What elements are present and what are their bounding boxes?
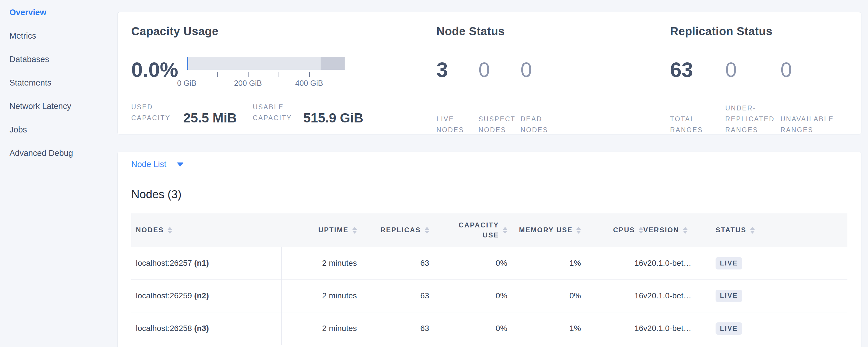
stat-label: UNAVAILABLERANGES (780, 114, 836, 135)
sidebar-item-statements[interactable]: Statements (0, 71, 117, 94)
axis-tick (248, 72, 249, 77)
node-list-card: Node List Nodes (3) NODESUPTIMEREPLICASC… (117, 152, 861, 347)
table-row[interactable]: localhost:26258 (n3)2 minutes630%1%16v20… (131, 312, 847, 345)
column-header-cpus[interactable]: CPUS (581, 213, 643, 247)
table-row[interactable]: localhost:26259 (n2)2 minutes630%0%16v20… (131, 280, 847, 312)
cell-status: LIVE (716, 280, 847, 312)
column-header-label: MEMORY USE (519, 225, 573, 235)
sidebar-item-jobs[interactable]: Jobs (0, 118, 117, 141)
stat-label: TOTALRANGES (670, 114, 725, 135)
stat-label: USEDCAPACITY (131, 102, 179, 124)
cell-version: v20.1.0-bet… (643, 312, 716, 345)
cell-status: LIVE (716, 247, 847, 280)
cluster-summary-card: Capacity Usage 0.0% 0 GiB200 GiB400 GiB … (117, 12, 861, 134)
stat-number: 0 (521, 60, 563, 80)
sort-up-arrow (167, 227, 172, 230)
axis-tick (309, 72, 310, 77)
column-header-inner: REPLICAS (380, 225, 429, 235)
sort-icon[interactable] (639, 227, 643, 234)
stat-under--replicated-ranges: 0UNDER-REPLICATEDRANGES (725, 54, 780, 135)
column-header-nodes[interactable]: NODES (131, 213, 282, 247)
column-header-label: CPUS (613, 225, 635, 235)
cell-cpus: 16 (581, 312, 643, 345)
sort-icon[interactable] (425, 227, 429, 234)
stat-number: 0 (725, 60, 780, 80)
node-id: (n2) (194, 291, 209, 300)
replication-status-stats: 63TOTALRANGES0UNDER-REPLICATEDRANGES0UNA… (670, 54, 861, 135)
node-status-title: Node Status (436, 25, 670, 38)
stat-live-nodes: 3LIVENODES (436, 54, 478, 135)
nodes-heading: Nodes (3) (131, 188, 847, 201)
cell-cpus: 16 (581, 247, 643, 280)
column-header-inner: UPTIME (318, 225, 357, 235)
table-header-row: NODESUPTIMEREPLICASCAPACITYUSEMEMORY USE… (131, 213, 847, 247)
column-header-memory_use[interactable]: MEMORY USE (507, 213, 581, 247)
cell-replicas: 63 (357, 312, 429, 345)
column-header-inner: CPUS (613, 225, 644, 235)
axis-tick-label: 400 GiB (295, 79, 323, 88)
sort-down-arrow (425, 231, 429, 234)
cell-memory_use: 1% (507, 312, 581, 345)
replication-status-title: Replication Status (670, 25, 861, 38)
sort-icon[interactable] (167, 227, 172, 234)
cell-capacity_use: 0% (429, 312, 507, 345)
sort-up-arrow (576, 227, 581, 230)
sidebar-item-overview[interactable]: Overview (0, 1, 117, 24)
sort-icon[interactable] (683, 227, 687, 234)
sort-down-arrow (750, 231, 755, 234)
sort-icon[interactable] (750, 227, 755, 234)
sort-icon[interactable] (503, 227, 507, 234)
cell-capacity_use: 0% (429, 280, 507, 312)
stat-label: USABLECAPACITY (253, 102, 300, 124)
node-list-toggle-label[interactable]: Node List (131, 160, 166, 169)
cell-memory_use: 1% (507, 247, 581, 280)
cell-cpus: 16 (581, 280, 643, 312)
sidebar-item-network-latency[interactable]: Network Latency (0, 94, 117, 118)
column-header-inner: VERSION (643, 225, 687, 235)
capacity-usage-title: Capacity Usage (131, 25, 436, 38)
stat-label: DEADNODES (521, 114, 563, 135)
stat-label: UNDER-REPLICATEDRANGES (725, 103, 780, 135)
axis-tick (340, 72, 340, 77)
nodes-table-region: Nodes (3) NODESUPTIMEREPLICASCAPACITYUSE… (118, 177, 861, 347)
usable-capacity-stat: USABLECAPACITY515.9 GiB (253, 102, 364, 124)
capacity-stats: USEDCAPACITY25.5 MiBUSABLECAPACITY515.9 … (131, 102, 436, 124)
sort-down-arrow (167, 231, 172, 234)
column-header-label: NODES (136, 225, 164, 235)
axis-tick (279, 72, 279, 77)
sort-down-arrow (576, 231, 581, 234)
cell-status: LIVE (716, 312, 847, 345)
sidebar-item-advanced-debug[interactable]: Advanced Debug (0, 141, 117, 165)
chevron-down-icon[interactable] (177, 162, 184, 166)
table-body: localhost:26257 (n1)2 minutes630%1%16v20… (131, 247, 847, 345)
table-row[interactable]: localhost:26257 (n1)2 minutes630%1%16v20… (131, 247, 847, 280)
column-header-status[interactable]: STATUS (716, 213, 847, 247)
node-status-section: Node Status 3LIVENODES0SUSPECTNODES0DEAD… (436, 25, 670, 134)
sort-up-arrow (503, 227, 507, 230)
sort-icon[interactable] (352, 227, 357, 234)
axis-tick-label: 200 GiB (234, 79, 262, 88)
column-header-label: VERSION (643, 225, 679, 235)
column-header-inner: NODES (131, 225, 172, 235)
capacity-bar (187, 57, 345, 70)
column-header-version[interactable]: VERSION (643, 213, 716, 247)
sidebar-item-databases[interactable]: Databases (0, 48, 117, 71)
sort-up-arrow (639, 227, 643, 230)
column-header-replicas[interactable]: REPLICAS (357, 213, 429, 247)
sort-down-arrow (503, 231, 507, 234)
status-badge: LIVE (716, 322, 742, 335)
replication-status-section: Replication Status 63TOTALRANGES0UNDER-R… (670, 25, 861, 134)
node-id: (n1) (194, 259, 209, 267)
sidebar-nav: OverviewMetricsDatabasesStatementsNetwor… (0, 0, 117, 347)
nodes-table: NODESUPTIMEREPLICASCAPACITYUSEMEMORY USE… (131, 213, 847, 345)
stat-value: 25.5 MiB (183, 111, 237, 124)
column-header-uptime[interactable]: UPTIME (282, 213, 357, 247)
sort-down-arrow (683, 231, 687, 234)
sidebar-item-metrics[interactable]: Metrics (0, 24, 117, 48)
cell-capacity_use: 0% (429, 247, 507, 280)
stat-unavailable-ranges: 0UNAVAILABLERANGES (780, 54, 836, 135)
axis-tick-label: 0 GiB (177, 79, 196, 88)
column-header-capacity_use[interactable]: CAPACITYUSE (429, 213, 507, 247)
sort-icon[interactable] (576, 227, 581, 234)
node-list-view-toggle[interactable]: Node List (118, 152, 861, 177)
